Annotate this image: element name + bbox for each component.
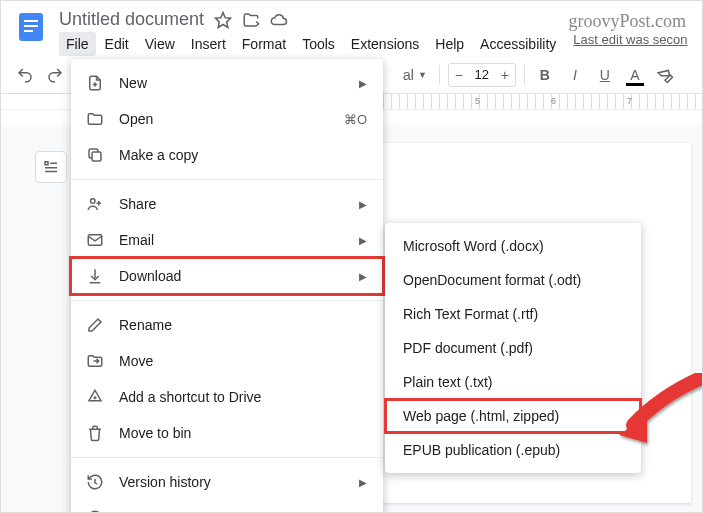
label: PDF document (.pdf) [403,340,623,356]
star-icon[interactable] [214,11,232,29]
cloud-status-icon[interactable] [270,11,288,29]
svg-rect-2 [24,25,38,27]
label: Move to bin [119,425,367,441]
download-rtf[interactable]: Rich Text Format (.rtf) [385,297,641,331]
file-new[interactable]: New ▶ [71,65,383,101]
trash-icon [85,423,105,443]
label: Rename [119,317,367,333]
file-make-copy[interactable]: Make a copy [71,137,383,173]
svg-rect-9 [92,152,101,161]
file-offline[interactable]: Make available offline [71,500,383,513]
share-icon [85,194,105,214]
folder-open-icon [85,109,105,129]
copy-icon [85,145,105,165]
styles-label: al [403,67,414,83]
font-size-input[interactable] [469,67,495,82]
menu-format[interactable]: Format [235,32,293,56]
file-share[interactable]: Share ▶ [71,186,383,222]
file-open[interactable]: Open ⌘O [71,101,383,137]
submenu-arrow-icon: ▶ [359,199,367,210]
label: Microsoft Word (.docx) [403,238,623,254]
label: Share [119,196,345,212]
svg-rect-5 [45,162,48,165]
submenu-arrow-icon: ▶ [359,271,367,282]
watermark: groovyPost.com [568,11,686,32]
label: Move [119,353,367,369]
download-odt[interactable]: OpenDocument format (.odt) [385,263,641,297]
download-txt[interactable]: Plain text (.txt) [385,365,641,399]
font-size-stepper: − + [448,63,516,87]
drive-shortcut-icon [85,387,105,407]
label: Make a copy [119,147,367,163]
label: Open [119,111,330,127]
offline-icon [85,508,105,513]
file-download[interactable]: Download ▶ [71,258,383,294]
menu-help[interactable]: Help [428,32,471,56]
download-docx[interactable]: Microsoft Word (.docx) [385,229,641,263]
chevron-down-icon: ▼ [418,70,427,80]
label: Download [119,268,345,284]
label: Rich Text Format (.rtf) [403,306,623,322]
download-submenu: Microsoft Word (.docx) OpenDocument form… [385,223,641,473]
menu-insert[interactable]: Insert [184,32,233,56]
undo-button[interactable] [13,63,37,87]
submenu-arrow-icon: ▶ [359,235,367,246]
styles-dropdown[interactable]: al▼ [399,65,431,85]
redo-button[interactable] [43,63,67,87]
menu-accessibility[interactable]: Accessibility [473,32,563,56]
highlight-button[interactable] [653,63,677,87]
font-size-plus[interactable]: + [495,64,515,86]
text-color-button[interactable]: A [623,63,647,87]
file-move[interactable]: Move [71,343,383,379]
file-new-icon [85,73,105,93]
bold-button[interactable]: B [533,63,557,87]
label: Web page (.html, zipped) [403,408,623,424]
file-menu: New ▶ Open ⌘O Make a copy Share ▶ Email … [71,59,383,513]
email-icon [85,230,105,250]
menu-tools[interactable]: Tools [295,32,342,56]
menu-file[interactable]: File [59,32,96,56]
menu-view[interactable]: View [138,32,182,56]
submenu-arrow-icon: ▶ [359,78,367,89]
italic-button[interactable]: I [563,63,587,87]
svg-point-10 [91,199,96,204]
menubar: File Edit View Insert Format Tools Exten… [59,32,690,56]
download-pdf[interactable]: PDF document (.pdf) [385,331,641,365]
menu-edit[interactable]: Edit [98,32,136,56]
menu-extensions[interactable]: Extensions [344,32,426,56]
label: OpenDocument format (.odt) [403,272,623,288]
move-folder-icon[interactable] [242,11,260,29]
svg-rect-1 [24,20,38,22]
download-epub[interactable]: EPUB publication (.epub) [385,433,641,467]
label: EPUB publication (.epub) [403,442,623,458]
svg-rect-3 [24,30,33,32]
label: Plain text (.txt) [403,374,623,390]
docs-logo[interactable] [13,9,49,45]
font-size-minus[interactable]: − [449,64,469,86]
file-rename[interactable]: Rename [71,307,383,343]
file-add-shortcut[interactable]: Add a shortcut to Drive [71,379,383,415]
svg-marker-4 [216,12,231,27]
file-trash[interactable]: Move to bin [71,415,383,451]
document-title[interactable]: Untitled document [59,9,204,30]
last-edit-link[interactable]: Last edit was secon [565,32,687,56]
label: New [119,75,345,91]
label: Version history [119,474,345,490]
submenu-arrow-icon: ▶ [359,477,367,488]
label: Email [119,232,345,248]
outline-toggle[interactable] [35,151,67,183]
file-version-history[interactable]: Version history ▶ [71,464,383,500]
label: Add a shortcut to Drive [119,389,367,405]
file-email[interactable]: Email ▶ [71,222,383,258]
pencil-icon [85,315,105,335]
download-html[interactable]: Web page (.html, zipped) [385,399,641,433]
underline-button[interactable]: U [593,63,617,87]
history-icon [85,472,105,492]
shortcut: ⌘O [344,112,367,127]
move-icon [85,351,105,371]
download-icon [85,266,105,286]
